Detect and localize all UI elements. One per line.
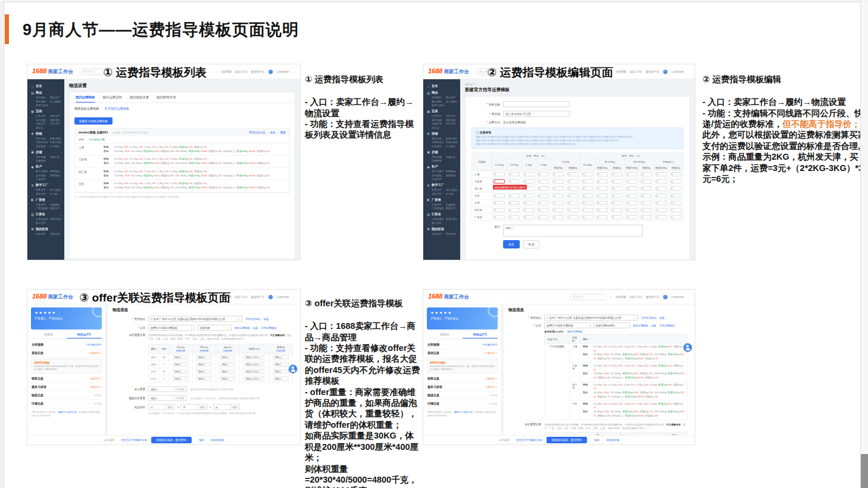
- sidebar-item[interactable]: 发布商品: [432, 96, 444, 99]
- sku-dimension-input[interactable]: [196, 362, 212, 366]
- sidebar-item[interactable]: 项目管理: [36, 192, 48, 195]
- fee-input[interactable]: [494, 208, 505, 212]
- fee-input[interactable]: [582, 215, 593, 219]
- sku-weight-input[interactable]: [273, 355, 289, 359]
- sidebar-item[interactable]: 专场活动报名: [446, 141, 458, 144]
- search-input[interactable]: 搜人搜工厂: [569, 294, 606, 300]
- sidebar-item[interactable]: 店铺工具: [50, 156, 62, 158]
- avatar[interactable]: [268, 294, 273, 300]
- sidebar-item[interactable]: 店铺装修: [432, 159, 444, 162]
- sidebar-section[interactable]: ▥订货会›: [30, 212, 61, 216]
- search-input[interactable]: 搜人搜工厂: [476, 69, 524, 75]
- fee-input[interactable]: [523, 208, 535, 212]
- sidebar-item[interactable]: 专场活动报名: [50, 141, 62, 144]
- header-nav-item[interactable]: 服务商产品: [646, 70, 660, 73]
- fee-input[interactable]: [508, 215, 520, 219]
- sidebar-item[interactable]: 我的店铺: [36, 156, 48, 158]
- sidebar-item[interactable]: 我的店铺: [432, 156, 444, 158]
- fee-input[interactable]: [626, 208, 637, 212]
- header-nav-item[interactable]: 服务商产品: [646, 296, 660, 299]
- sidebar-item[interactable]: 直播订货会: [50, 217, 62, 220]
- sidebar-section[interactable]: ◈营销›: [30, 132, 61, 136]
- sidebar-section[interactable]: ▣店铺›: [426, 150, 457, 154]
- logo-1688[interactable]: 1688商家工作台: [428, 67, 469, 76]
- sidebar-item[interactable]: 我的活动: [432, 137, 444, 140]
- template-action-link[interactable]: 修改: [265, 131, 275, 134]
- fee-input[interactable]: [567, 215, 579, 219]
- breadcrumb[interactable]: 物流设置 /: [465, 83, 690, 86]
- fee-input[interactable]: [552, 201, 564, 205]
- sidebar-item[interactable]: 发布商品: [36, 96, 48, 99]
- refresh-link[interactable]: 刷新: [651, 324, 657, 327]
- header-nav-item[interactable]: 卖家工作台: [235, 296, 248, 299]
- back-text[interactable]: 点此返回: [499, 439, 510, 442]
- publish-button[interactable]: 同意协议条款，提交发布: [547, 437, 588, 443]
- sidebar-section[interactable]: ◉客户›: [30, 164, 61, 169]
- freight-scope-select[interactable]: 全国包邮∨: [197, 325, 232, 331]
- logo-1688[interactable]: 1688商家工作台: [428, 293, 469, 301]
- sidebar-item[interactable]: 伙拼报名: [432, 145, 444, 148]
- cancel-button[interactable]: 取消: [523, 240, 540, 248]
- fee-input[interactable]: [552, 187, 564, 191]
- address-select[interactable]: 广东省 广州市 白云区 大源街道云翔路中华中联慧谷凤凰山公司∨: [544, 315, 638, 321]
- sidebar-item[interactable]: 未上架商品: [446, 100, 458, 103]
- tab-check[interactable]: 检测(2): [31, 332, 67, 338]
- save-draft-link[interactable]: 保存到草稿: [607, 439, 619, 442]
- fee-input[interactable]: [611, 215, 623, 219]
- view-template-link[interactable]: 查看运费模板: [633, 324, 648, 327]
- fee-input[interactable]: [626, 194, 637, 198]
- fee-input[interactable]: [611, 208, 623, 212]
- fee-input[interactable]: [655, 201, 667, 205]
- manage-template-link[interactable]: 管理运费模板: [659, 324, 675, 327]
- sidebar-item[interactable]: 放心购: [446, 192, 458, 195]
- view-template-link[interactable]: 查看运费模板: [235, 327, 250, 330]
- sidebar-item[interactable]: 直播营销: [446, 174, 458, 177]
- sidebar-section[interactable]: ⊞我的应用›: [426, 227, 457, 231]
- fee-input[interactable]: [597, 194, 608, 198]
- header-nav-item[interactable]: 卖家工作台: [629, 296, 643, 299]
- sidebar-item[interactable]: 专属频道: [446, 203, 458, 206]
- sidebar-item[interactable]: 应用管理: [36, 232, 48, 235]
- fee-input[interactable]: [567, 194, 579, 198]
- sku-dimension-input[interactable]: [220, 355, 235, 359]
- batch-set-link[interactable]: 批量设置: [170, 349, 191, 352]
- fee-input[interactable]: [641, 194, 652, 198]
- header-nav-item[interactable]: 卖家工作台: [235, 70, 248, 73]
- sidebar-item[interactable]: 加工交易管理: [50, 188, 62, 191]
- user-name[interactable]: Luckyman: [277, 296, 289, 299]
- sku-dimension-input[interactable]: [220, 362, 235, 366]
- left-menu-item[interactable]: 基础信息77项优化 ∧: [427, 349, 498, 358]
- fee-input[interactable]: [582, 208, 593, 212]
- tab-2[interactable]: 国内运费说明: [102, 95, 121, 100]
- fee-input[interactable]: [523, 194, 535, 198]
- subtab-merchant-template[interactable]: 商家自设运费模板: [74, 107, 99, 111]
- sidebar-item[interactable]: 实用工具箱: [432, 104, 444, 107]
- sidebar-section[interactable]: ⊞我的应用›: [30, 227, 61, 231]
- sidebar-item[interactable]: 直播订货会: [446, 217, 458, 220]
- avatar[interactable]: [663, 69, 668, 74]
- fee-input[interactable]: [670, 179, 682, 184]
- freight-scope-select[interactable]: 全国运费test001∨: [593, 322, 630, 328]
- fee-input[interactable]: [567, 208, 579, 212]
- fee-input[interactable]: [552, 179, 564, 184]
- width-input[interactable]: [180, 404, 198, 410]
- fee-input[interactable]: [626, 215, 637, 219]
- sku-dimension-input[interactable]: [173, 369, 188, 374]
- sku-volume-input[interactable]: [244, 369, 264, 374]
- left-menu-item[interactable]: 物流信息已完成: [427, 391, 498, 400]
- sidebar-item[interactable]: 保证金: [432, 126, 444, 129]
- fee-input[interactable]: [611, 187, 623, 191]
- user-name[interactable]: Luckyman: [672, 70, 684, 73]
- fee-input[interactable]: [552, 194, 564, 198]
- sidebar-item[interactable]: 放心购: [50, 192, 62, 195]
- left-menu-item[interactable]: 销售信息2项优化 ∨: [427, 375, 498, 383]
- fee-input[interactable]: [523, 215, 535, 219]
- fee-input[interactable]: [611, 194, 623, 198]
- fee-input[interactable]: [552, 215, 564, 219]
- preview-link[interactable]: 预览: [594, 439, 600, 442]
- fee-input[interactable]: [523, 172, 535, 176]
- fee-input[interactable]: [597, 208, 608, 212]
- sidebar-item[interactable]: 智能营销: [446, 170, 458, 173]
- sidebar-item[interactable]: 未上架商品: [50, 100, 62, 103]
- header-nav-item[interactable]: 服务商产品: [251, 296, 265, 299]
